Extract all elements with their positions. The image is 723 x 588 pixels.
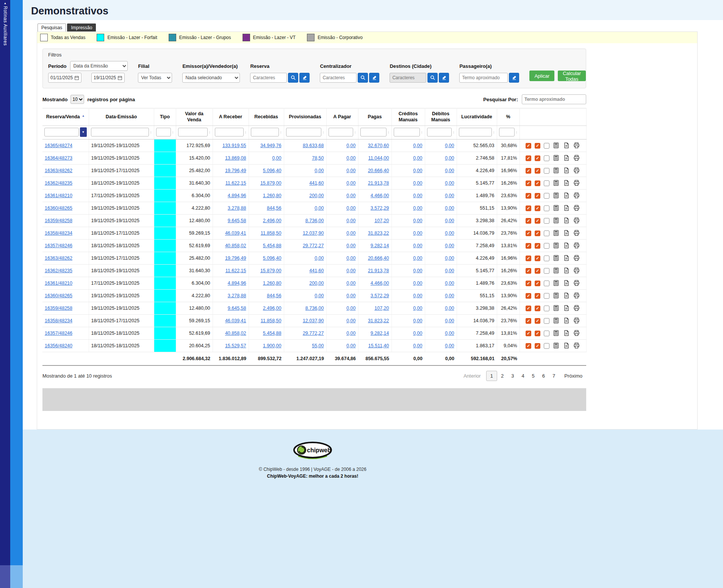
reserva-venda-link[interactable]: 16361/48210 [45,193,72,198]
pagination-page[interactable]: 7 [549,371,559,381]
printer-icon[interactable] [573,167,580,174]
pagas-link[interactable]: 31.823,22 [368,230,389,236]
provisionadas-link[interactable]: 12.037,90 [303,230,324,236]
creditos-manuais-link[interactable]: 0,00 [413,218,422,223]
calculator-icon[interactable] [553,292,560,299]
reserva-venda-link[interactable]: 16357/48246 [45,331,72,336]
printer-icon[interactable] [573,317,580,324]
provisionadas-link[interactable]: 0,00 [315,205,324,211]
filter-input-valor-venda[interactable] [178,128,208,136]
creditos-manuais-link[interactable]: 0,00 [413,193,422,198]
document-icon[interactable] [563,192,570,199]
pagas-link[interactable]: 21.913,78 [368,268,389,273]
filter-input-pct[interactable] [499,128,515,136]
row-checkbox-2[interactable] [535,306,540,311]
a-receber-link[interactable]: 19.796,49 [225,168,246,173]
provisionadas-link[interactable]: 200,00 [309,193,324,198]
creditos-manuais-link[interactable]: 0,00 [413,243,422,248]
debitos-manuais-link[interactable]: 0,00 [445,193,454,198]
pagas-link[interactable]: 3.572,29 [371,205,389,211]
a-pagar-link[interactable]: 0,00 [346,218,355,223]
provisionadas-link[interactable]: 441,60 [309,268,324,273]
reserva-venda-link[interactable]: 16363/48262 [45,168,72,173]
creditos-manuais-link[interactable]: 0,00 [413,268,422,273]
calculator-icon[interactable] [553,342,560,349]
debitos-manuais-link[interactable]: 0,00 [445,343,454,348]
a-pagar-link[interactable]: 0,00 [346,155,355,161]
a-receber-link[interactable]: 11.622,15 [225,268,246,273]
creditos-manuais-link[interactable]: 0,00 [413,205,422,211]
debitos-manuais-link[interactable]: 0,00 [445,256,454,261]
row-checkbox-1[interactable] [526,331,531,336]
filter-input-data-emissao[interactable] [91,128,149,136]
reserva-venda-link[interactable]: 16358/48234 [45,318,72,323]
col-creditos-manuais[interactable]: Créditos Manuais [391,108,425,126]
printer-icon[interactable] [573,255,580,262]
provisionadas-link[interactable]: 12.037,90 [303,318,324,323]
document-icon[interactable] [563,267,570,274]
creditos-manuais-link[interactable]: 0,00 [413,281,422,286]
pagas-link[interactable]: 9.282,14 [371,243,389,248]
printer-icon[interactable] [573,155,580,162]
creditos-manuais-link[interactable]: 0,00 [413,180,422,186]
reserva-input[interactable] [250,73,287,83]
calculator-icon[interactable] [553,230,560,237]
a-receber-link[interactable]: 4.894,96 [228,281,246,286]
row-checkbox-1[interactable] [526,193,531,199]
creditos-manuais-link[interactable]: 0,00 [413,293,422,298]
destinos-search-button[interactable] [427,73,438,83]
provisionadas-link[interactable]: 0,00 [315,168,324,173]
provisionadas-link[interactable]: 55,00 [312,343,324,348]
reserva-venda-link[interactable]: 16361/48210 [45,281,72,286]
debitos-manuais-link[interactable]: 0,00 [445,306,454,311]
reserva-venda-link[interactable]: 16359/48258 [45,306,72,311]
recebidas-link[interactable]: 844,56 [267,293,281,298]
row-checkbox-1[interactable] [526,205,531,211]
row-checkbox-3[interactable] [544,331,549,336]
reserva-venda-link[interactable]: 16360/48265 [45,205,72,211]
aplicar-button[interactable]: Aplicar [529,71,554,81]
row-checkbox-2[interactable] [535,168,540,174]
a-pagar-link[interactable]: 0,00 [346,318,355,323]
printer-icon[interactable] [573,217,580,224]
debitos-manuais-link[interactable]: 0,00 [445,230,454,236]
a-pagar-link[interactable]: 0,00 [346,306,355,311]
row-checkbox-2[interactable] [535,331,540,336]
recebidas-link[interactable]: 2.496,00 [263,306,282,311]
a-pagar-link[interactable]: 0,00 [346,256,355,261]
pagas-link[interactable]: 20.666,40 [368,256,389,261]
a-receber-link[interactable]: 9.645,58 [228,306,246,311]
row-checkbox-2[interactable] [535,230,540,236]
date-to-input[interactable]: 19/11/2025 [91,73,125,83]
reserva-venda-link[interactable]: 16357/48246 [45,243,72,248]
recebidas-link[interactable]: 11.858,50 [261,318,282,323]
row-checkbox-3[interactable] [544,343,549,349]
printer-icon[interactable] [573,292,580,299]
row-checkbox-3[interactable] [544,256,549,261]
reserva-clear-button[interactable] [299,73,310,83]
calculator-icon[interactable] [553,330,560,337]
calculator-icon[interactable] [553,180,560,187]
filter-input-a-receber[interactable] [215,128,244,136]
debitos-manuais-link[interactable]: 0,00 [445,318,454,323]
row-checkbox-3[interactable] [544,218,549,224]
printer-icon[interactable] [573,142,580,149]
col-pct[interactable]: % [497,108,520,126]
row-checkbox-3[interactable] [544,155,549,161]
row-checkbox-1[interactable] [526,318,531,324]
a-pagar-link[interactable]: 0,00 [346,180,355,186]
pagination-page[interactable]: 3 [507,371,518,381]
pagas-link[interactable]: 9.282,14 [371,331,389,336]
reserva-venda-link[interactable]: 16362/48235 [45,268,72,273]
calculator-icon[interactable] [553,192,560,199]
filter-input-tipo[interactable] [156,128,171,136]
printer-icon[interactable] [573,180,580,187]
a-receber-link[interactable]: 15.529,57 [225,343,246,348]
row-checkbox-1[interactable] [526,218,531,224]
provisionadas-link[interactable]: 78,50 [312,155,324,161]
recebidas-link[interactable]: 844,56 [267,205,281,211]
document-icon[interactable] [563,242,570,249]
debitos-manuais-link[interactable]: 0,00 [445,155,454,161]
recebidas-link[interactable]: 1.260,80 [263,281,282,286]
row-checkbox-1[interactable] [526,143,531,149]
